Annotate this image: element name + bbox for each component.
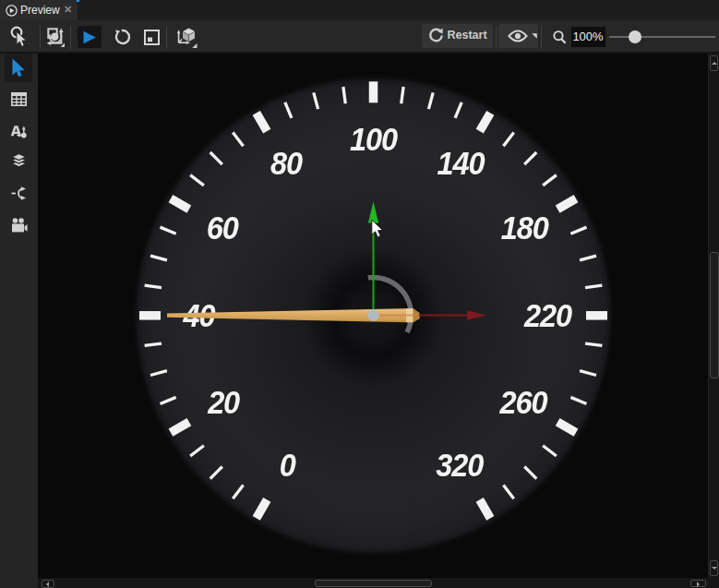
svg-text:0: 0: [280, 447, 296, 483]
svg-text:320: 320: [436, 447, 484, 483]
svg-text:180: 180: [501, 210, 549, 246]
svg-text:60: 60: [207, 210, 239, 246]
svg-text:80: 80: [270, 144, 303, 180]
svg-text:100: 100: [350, 121, 398, 157]
svg-text:260: 260: [498, 384, 547, 420]
svg-text:20: 20: [207, 384, 240, 420]
svg-text:140: 140: [437, 144, 485, 180]
svg-text:220: 220: [523, 297, 572, 333]
